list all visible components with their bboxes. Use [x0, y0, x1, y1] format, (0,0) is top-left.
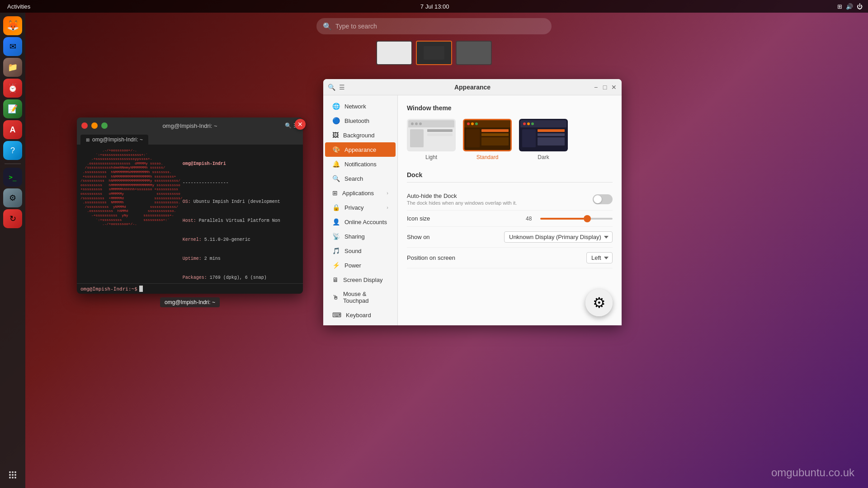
dock-item-clock[interactable]: ⏰ — [3, 79, 22, 98]
bluetooth-icon: 🔵 — [332, 117, 340, 124]
dock-item-notes[interactable]: 📝 — [3, 99, 22, 118]
theme-preview-light — [407, 119, 456, 151]
sidebar-item-sharing[interactable]: 📡 Sharing — [325, 229, 396, 244]
sound-icon: 🎵 — [332, 247, 340, 254]
sidebar-item-sound[interactable]: 🎵 Sound — [325, 244, 396, 258]
sidebar-item-background-label: Background — [343, 132, 374, 139]
theme-option-standard[interactable]: Standard — [463, 119, 512, 160]
mouse-touchpad-icon: 🖱 — [332, 294, 339, 301]
keyboard-icon: ⌨ — [332, 311, 341, 319]
sidebar-item-sound-label: Sound — [344, 248, 362, 254]
settings-main-content: Window theme — [398, 95, 622, 325]
auto-hide-toggle[interactable] — [593, 194, 613, 204]
theme-label-dark: Dark — [538, 154, 549, 160]
auto-hide-labels: Auto-hide the Dock The dock hides when a… — [407, 192, 517, 206]
sidebar-item-notifications-label: Notifications — [344, 161, 377, 168]
terminal-close-button[interactable]: ✕ — [81, 122, 88, 129]
dock-item-terminal[interactable]: >_ — [3, 168, 22, 187]
search-bar[interactable]: 🔍 — [316, 18, 552, 34]
terminal-window: ✕ − □ omg@Impish-Indri: ~ 🔍 ☰ ⊞ omg@Impi… — [77, 117, 303, 294]
power-nav-icon: ⚡ — [332, 262, 340, 269]
terminal-search-icon[interactable]: 🔍 — [285, 122, 292, 129]
app-dock: 🦊 ✉ 📁 ⏰ 📝 A ? >_ ⚙ ↻ — [0, 13, 25, 488]
dock-item-files[interactable]: 📁 — [3, 58, 22, 77]
settings-maximize-button[interactable]: □ — [602, 84, 608, 90]
dock-item-help[interactable]: ? — [3, 141, 22, 160]
svg-point-4 — [12, 474, 14, 476]
terminal-ascii-art: .-/+oossssoo+/-. `:+ssssssssssssssssss+:… — [80, 148, 179, 280]
show-all-apps-button[interactable] — [3, 465, 22, 484]
desktop: Activities 7 Jul 13:00 ⊞ 🔊 ⏻ 🦊 ✉ 📁 ⏰ 📝 A… — [0, 0, 868, 488]
window-theme-section-title: Window theme — [407, 104, 613, 112]
topbar: Activities 7 Jul 13:00 ⊞ 🔊 ⏻ — [0, 0, 868, 13]
position-dropdown[interactable]: Left — [586, 252, 613, 263]
terminal-tabbar: ⊞ omg@Impish-Indri: ~ — [77, 134, 303, 145]
theme-label-standard: Standard — [476, 154, 499, 160]
sharing-icon: 📡 — [332, 233, 340, 240]
sidebar-item-screen-display[interactable]: 🖥 Screen Display — [325, 272, 396, 287]
sidebar-item-privacy[interactable]: 🔒 Privacy › — [325, 200, 396, 215]
sidebar-item-appearance[interactable]: 🎨 Appearance — [325, 142, 396, 157]
sidebar-item-online-accounts[interactable]: 👤 Online Accounts — [325, 215, 396, 229]
dock-item-email[interactable]: ✉ — [3, 37, 22, 56]
settings-sidebar: 🌐 Network 🔵 Bluetooth 🖼 Background 🎨 App… — [323, 95, 398, 325]
show-on-setting-row: Show on Unknown Display (Primary Display… — [407, 227, 613, 248]
window-thumb-2[interactable] — [416, 41, 452, 65]
terminal-titlebar: ✕ − □ omg@Impish-Indri: ~ 🔍 ☰ — [77, 117, 303, 134]
theme-label-light: Light — [425, 154, 437, 160]
notifications-icon: 🔔 — [332, 160, 340, 168]
show-on-dropdown[interactable]: Unknown Display (Primary Display) — [504, 231, 613, 243]
terminal-title: omg@Impish-Indri: ~ — [162, 122, 217, 129]
sidebar-item-mouse-touchpad-label: Mouse & Touchpad — [343, 291, 388, 304]
search-nav-icon: 🔍 — [332, 175, 340, 182]
dock-section-title: Dock — [407, 171, 613, 183]
search-input[interactable] — [335, 23, 545, 30]
sidebar-item-bluetooth[interactable]: 🔵 Bluetooth — [325, 113, 396, 128]
sidebar-item-background[interactable]: 🖼 Background — [325, 128, 396, 142]
sidebar-item-bluetooth-label: Bluetooth — [344, 117, 369, 124]
sidebar-item-applications-label: Applications — [342, 190, 374, 197]
dock-item-update[interactable]: ↻ — [3, 209, 22, 228]
window-thumb-3[interactable] — [456, 41, 492, 65]
sidebar-item-mouse-touchpad[interactable]: 🖱 Mouse & Touchpad — [325, 287, 396, 308]
terminal-minimize-button[interactable]: − — [91, 122, 98, 129]
dock-item-settings[interactable]: ⚙ — [3, 188, 22, 207]
icon-size-value: 48 — [526, 216, 537, 222]
terminal-tab-label: omg@Impish-Indri: ~ — [92, 136, 143, 143]
settings-search-icon[interactable]: 🔍 — [328, 84, 335, 91]
settings-menu-icon[interactable]: ☰ — [339, 84, 345, 91]
sidebar-item-network[interactable]: 🌐 Network — [325, 99, 396, 113]
sidebar-item-applications[interactable]: ⊞ Applications › — [325, 186, 396, 200]
icon-size-slider[interactable] — [540, 218, 613, 220]
svg-point-1 — [12, 471, 14, 473]
theme-option-dark[interactable]: Dark — [519, 119, 568, 160]
dock-item-firefox[interactable]: 🦊 — [3, 16, 22, 35]
sidebar-item-search[interactable]: 🔍 Search — [325, 171, 396, 186]
svg-point-7 — [12, 477, 14, 479]
sidebar-item-power-label: Power — [344, 262, 361, 269]
settings-close-button[interactable]: ✕ — [611, 84, 617, 90]
terminal-prompt-bar: omg@Impish-Indri:~$ — [77, 283, 303, 294]
settings-body: 🌐 Network 🔵 Bluetooth 🖼 Background 🎨 App… — [323, 95, 622, 325]
sidebar-item-notifications[interactable]: 🔔 Notifications — [325, 157, 396, 171]
show-on-label: Show on — [407, 234, 430, 240]
system-tray-icon[interactable]: ⊞ — [837, 3, 842, 10]
window-switcher — [376, 41, 492, 65]
sidebar-item-printers[interactable]: 🖨 Printers — [325, 322, 396, 325]
dock-item-appstore[interactable]: A — [3, 120, 22, 139]
theme-option-light[interactable]: Light — [407, 119, 456, 160]
window-thumb-1[interactable] — [376, 41, 412, 65]
terminal-tab-1[interactable]: ⊞ omg@Impish-Indri: ~ — [80, 135, 148, 145]
activities-button[interactable]: Activities — [5, 3, 32, 10]
icon-size-label: Icon size — [407, 215, 430, 222]
online-accounts-icon: 👤 — [332, 218, 340, 225]
power-icon[interactable]: ⏻ — [857, 3, 863, 10]
volume-icon[interactable]: 🔊 — [846, 3, 853, 10]
sidebar-item-power[interactable]: ⚡ Power — [325, 258, 396, 272]
terminal-maximize-button[interactable]: □ — [101, 122, 108, 129]
settings-minimize-button[interactable]: − — [593, 84, 599, 90]
float-close-button[interactable]: ✕ — [295, 119, 306, 130]
sidebar-item-keyboard[interactable]: ⌨ Keyboard — [325, 308, 396, 322]
applications-icon: ⊞ — [332, 189, 338, 197]
auto-hide-sublabel: The dock hides when any windows overlap … — [407, 200, 517, 206]
